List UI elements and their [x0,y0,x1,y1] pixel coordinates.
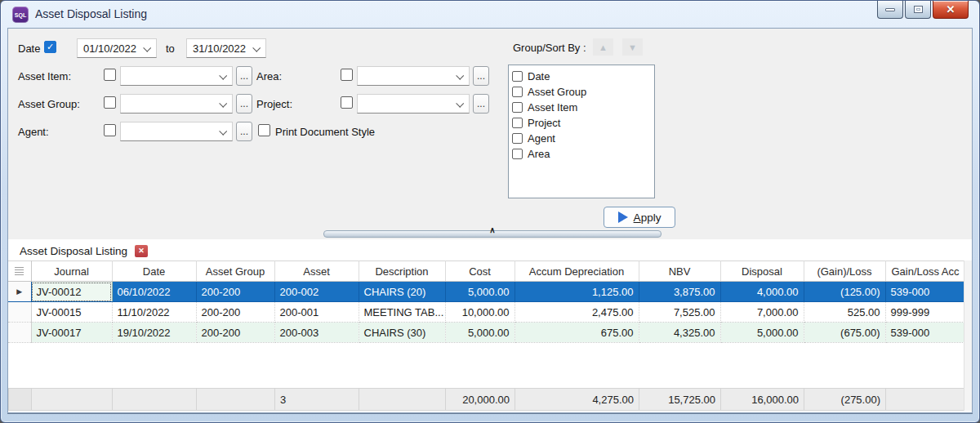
group-sort-option[interactable]: Project [512,115,654,131]
move-up-button[interactable]: ▲ [593,38,613,56]
date-from-combo[interactable]: 01/10/2022 [77,38,157,58]
grid-cell[interactable]: 539-000 [885,323,965,343]
grid-cell[interactable]: 525.00 [804,302,885,323]
option-label: Asset Item [528,101,577,114]
asset-item-browse-button[interactable]: ... [236,66,252,86]
asset-group-checkbox[interactable] [104,96,116,109]
project-browse-button[interactable]: ... [473,94,489,114]
grid-cell[interactable]: 1,125.00 [514,282,639,302]
panel-splitter[interactable]: ∧ [323,230,662,238]
grid-cell[interactable]: (125.00) [804,282,885,302]
group-sort-option[interactable]: Agent [512,131,654,146]
option-checkbox[interactable] [512,102,523,113]
column-header[interactable]: Asset [274,261,359,282]
option-checkbox[interactable] [512,71,523,82]
table-row[interactable]: JV-0001719/10/2022200-200200-003CHAIRS (… [8,323,965,343]
group-sort-option[interactable]: Asset Item [512,100,654,115]
grid-cell[interactable]: 3,875.00 [639,282,720,302]
grid-cell[interactable]: MEETING TAB... [359,302,445,323]
agent-browse-button[interactable]: ... [236,122,252,141]
grid-cell[interactable]: JV-00017 [31,323,112,343]
apply-button[interactable]: Apply [604,207,675,228]
grid-cell[interactable]: CHAIRS (30) [359,323,445,343]
grid-cell[interactable]: 5,000.00 [445,323,514,343]
group-sort-listbox[interactable]: DateAsset GroupAsset ItemProjectAgentAre… [508,65,655,198]
asset-item-checkbox[interactable] [104,69,116,81]
column-header[interactable]: Cost [445,261,514,282]
grid-cell[interactable]: 11/10/2022 [112,302,196,323]
footer-cell [113,389,197,411]
date-to-combo[interactable]: 31/10/2022 [186,38,266,58]
tab-asset-disposal-listing[interactable]: Asset Disposal Listing ✕ [13,241,154,260]
option-checkbox[interactable] [512,149,523,159]
column-header[interactable]: (Gain)/Loss [804,261,885,282]
project-combo[interactable] [357,94,470,114]
grid-cell[interactable]: 7,525.00 [639,302,720,323]
grid-cell[interactable]: 4,000.00 [720,282,804,302]
option-checkbox[interactable] [512,118,523,128]
group-sort-option[interactable]: Asset Group [512,84,654,100]
column-header[interactable]: Asset Group [196,261,274,282]
agent-combo[interactable] [120,122,233,141]
footer-row: 320,000.004,275.0015,725.0016,000.00(275… [9,389,966,411]
print-document-style-label: Print Document Style [275,126,375,138]
group-sort-option[interactable]: Area [512,146,654,162]
grid-cell[interactable]: 7,000.00 [720,302,804,323]
move-down-button[interactable]: ▼ [622,38,643,56]
tab-close-button[interactable]: ✕ [135,245,148,257]
close-button[interactable]: ✕ [933,1,969,19]
grid-cell[interactable]: 5,000.00 [720,323,804,343]
grid-cell[interactable]: 999-999 [885,302,965,323]
option-checkbox[interactable] [512,87,523,97]
area-browse-button[interactable]: ... [473,66,489,86]
date-checkbox[interactable]: ✓ [44,41,56,53]
column-header[interactable]: NBV [639,261,720,282]
table-footer: 320,000.004,275.0015,725.0016,000.00(275… [8,388,966,411]
column-header[interactable]: Gain/Loss Acc [885,261,965,282]
area-checkbox[interactable] [341,69,353,81]
grid-cell[interactable]: 10,000.00 [445,302,514,323]
grid-cell[interactable]: JV-00015 [31,302,112,323]
row-indicator-header[interactable] [8,261,31,282]
grid-cell[interactable]: 200-200 [196,282,274,302]
check-icon: ✓ [47,42,54,52]
column-header[interactable]: Disposal [720,261,804,282]
print-document-style-checkbox[interactable] [258,124,270,136]
grid-cell[interactable]: 200-001 [274,302,359,323]
project-checkbox[interactable] [341,96,353,109]
vertical-scrollbar[interactable] [964,260,972,411]
table-row[interactable]: JV-0001511/10/2022200-200200-001MEETING … [8,302,965,323]
title-bar[interactable]: SQL Asset Disposal Listing ✕ [1,1,979,28]
grid-cell[interactable]: 4,325.00 [639,323,720,343]
grid-cell[interactable]: 675.00 [514,323,639,343]
table-row[interactable]: ▶JV-0001206/10/2022200-200200-002CHAIRS … [8,282,965,302]
grid-cell[interactable]: 19/10/2022 [112,323,196,343]
area-label: Area: [256,70,282,82]
asset-group-browse-button[interactable]: ... [236,94,252,114]
grid-cell[interactable]: 5,000.00 [445,282,514,302]
grid-cell[interactable]: 200-200 [196,323,274,343]
area-combo[interactable] [357,66,470,86]
grid-cell[interactable]: 539-000 [885,282,965,302]
maximize-button[interactable] [905,1,931,19]
grid-cell[interactable]: (675.00) [804,323,885,343]
agent-checkbox[interactable] [104,124,116,136]
column-header[interactable]: Journal [31,261,112,282]
footer-cell [359,389,446,411]
column-header[interactable]: Accum Depreciation [514,261,639,282]
grid-cell[interactable]: 2,475.00 [514,302,639,323]
grid-cell[interactable]: CHAIRS (20) [359,282,445,302]
grid-cell[interactable]: JV-00012 [31,282,112,302]
option-checkbox[interactable] [512,133,523,144]
minimize-button[interactable] [877,1,903,19]
asset-item-combo[interactable] [120,66,233,86]
minimize-icon [885,8,895,11]
asset-group-combo[interactable] [120,94,233,114]
grid-cell[interactable]: 200-200 [196,302,274,323]
grid-cell[interactable]: 200-003 [274,323,359,343]
column-header[interactable]: Description [359,261,445,282]
grid-cell[interactable]: 06/10/2022 [112,282,196,302]
group-sort-option[interactable]: Date [512,69,654,84]
column-header[interactable]: Date [112,261,196,282]
grid-cell[interactable]: 200-002 [274,282,359,302]
